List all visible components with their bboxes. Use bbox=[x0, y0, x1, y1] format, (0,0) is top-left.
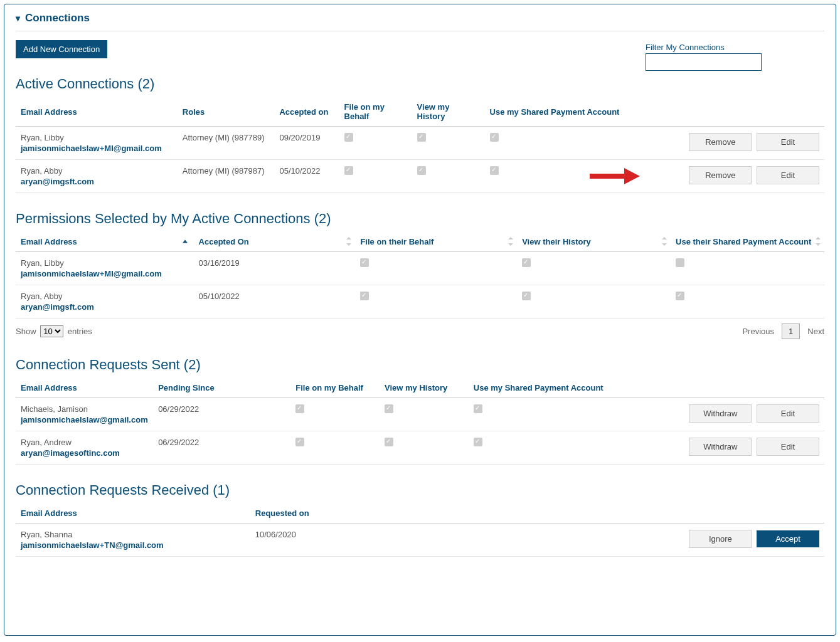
col-email: Email Address bbox=[16, 502, 250, 524]
col-view: View my History bbox=[380, 377, 469, 398]
active-connections-table: Email Address Roles Accepted on File on … bbox=[16, 96, 824, 193]
contact-name: Ryan, Shanna bbox=[21, 530, 72, 539]
checkbox-pay bbox=[474, 438, 482, 446]
accepted-cell: 03/16/2019 bbox=[194, 252, 356, 285]
checkbox-file bbox=[295, 404, 304, 413]
checkbox-view bbox=[385, 404, 393, 413]
accepted-cell: 05/10/2022 bbox=[274, 160, 339, 193]
entries-label: entries bbox=[68, 327, 92, 336]
withdraw-button[interactable]: Withdraw bbox=[689, 438, 752, 456]
checkbox-pay bbox=[676, 292, 684, 300]
checkbox-file bbox=[360, 258, 369, 267]
contact-name: Ryan, Andrew bbox=[21, 438, 72, 447]
checkbox-file bbox=[344, 133, 353, 142]
sort-icon bbox=[816, 237, 821, 246]
col-accepted[interactable]: Accepted On bbox=[194, 231, 356, 252]
col-pay: Use my Shared Payment Account bbox=[469, 377, 662, 398]
previous-button[interactable]: Previous bbox=[742, 327, 774, 336]
contact-email: aryan@imagesoftinc.com bbox=[21, 448, 148, 458]
accept-button[interactable]: Accept bbox=[757, 530, 819, 547]
entries-select[interactable]: 10 bbox=[40, 325, 63, 337]
ignore-button[interactable]: Ignore bbox=[689, 530, 752, 548]
col-pay[interactable]: Use their Shared Payment Account bbox=[671, 231, 824, 252]
next-button[interactable]: Next bbox=[807, 327, 824, 336]
col-file: File on my Behalf bbox=[339, 96, 412, 127]
checkbox-view bbox=[417, 166, 426, 175]
edit-button[interactable]: Edit bbox=[757, 404, 819, 423]
col-view[interactable]: View their History bbox=[517, 231, 671, 252]
col-actions bbox=[662, 377, 824, 398]
contact-name: Ryan, Libby bbox=[21, 133, 64, 142]
contact-email: aryan@imgsft.com bbox=[21, 177, 173, 186]
show-label: Show bbox=[16, 327, 36, 336]
contact-name: Ryan, Abby bbox=[21, 292, 63, 301]
col-accepted: Accepted on bbox=[274, 96, 339, 127]
checkbox-file bbox=[344, 166, 353, 175]
col-pay: Use my Shared Payment Account bbox=[485, 96, 647, 127]
sort-icon bbox=[662, 237, 667, 246]
permissions-table: Email Address Accepted On File on their … bbox=[16, 231, 824, 318]
sent-table: Email Address Pending Since File on my B… bbox=[16, 377, 824, 465]
edit-button[interactable]: Edit bbox=[757, 133, 819, 151]
checkbox-pay bbox=[490, 133, 499, 142]
top-bar: Add New Connection Filter My Connections bbox=[16, 31, 824, 58]
edit-button[interactable]: Edit bbox=[757, 438, 819, 456]
sort-icon bbox=[508, 237, 513, 246]
pager-left: Show 10 entries bbox=[16, 325, 92, 337]
remove-button[interactable]: Remove bbox=[689, 166, 752, 184]
checkbox-file bbox=[360, 292, 369, 300]
contact-email: aryan@imgsft.com bbox=[21, 302, 189, 312]
table-row: Ryan, Libbyjamisonmichaelslaw+MI@gmail.c… bbox=[16, 252, 824, 285]
filter-box: Filter My Connections bbox=[646, 43, 762, 71]
pending-cell: 06/29/2022 bbox=[153, 431, 290, 465]
panel-title: Connections bbox=[25, 12, 90, 24]
sent-title: Connection Requests Sent (2) bbox=[16, 357, 824, 373]
col-requested: Requested on bbox=[250, 502, 662, 524]
table-row: Ryan, Abbyaryan@imgsft.com 05/10/2022 bbox=[16, 285, 824, 318]
roles-cell: Attorney (MI) (987789) bbox=[178, 127, 275, 160]
col-email: Email Address bbox=[16, 96, 178, 127]
checkbox-view bbox=[522, 292, 531, 300]
received-title: Connection Requests Received (1) bbox=[16, 482, 824, 498]
edit-button[interactable]: Edit bbox=[757, 166, 819, 184]
col-email: Email Address bbox=[16, 377, 153, 398]
sort-icon bbox=[346, 237, 351, 246]
table-row: Ryan, Libbyjamisonmichaelslaw+MI@gmail.c… bbox=[16, 127, 824, 160]
table-row: Ryan, Andrewaryan@imagesoftinc.com 06/29… bbox=[16, 431, 824, 465]
filter-input[interactable] bbox=[646, 53, 762, 71]
contact-email: jamisonmichaelslaw@gmail.com bbox=[21, 415, 148, 424]
col-actions bbox=[646, 96, 824, 127]
contact-email: jamisonmichaelslaw+MI@gmail.com bbox=[21, 269, 189, 278]
checkbox-pay bbox=[676, 258, 684, 267]
contact-email: jamisonmichaelslaw+MI@gmail.com bbox=[21, 144, 173, 153]
pending-cell: 06/29/2022 bbox=[153, 398, 290, 431]
pager-right: Previous 1 Next bbox=[742, 324, 824, 339]
withdraw-button[interactable]: Withdraw bbox=[689, 404, 752, 423]
contact-name: Ryan, Libby bbox=[21, 258, 64, 268]
col-view: View my History bbox=[412, 96, 485, 127]
received-table: Email Address Requested on Ryan, Shannaj… bbox=[16, 502, 824, 557]
connections-panel: ▾ Connections Add New Connection Filter … bbox=[4, 4, 836, 636]
col-email[interactable]: Email Address bbox=[16, 231, 194, 252]
panel-header[interactable]: ▾ Connections bbox=[16, 12, 824, 31]
requested-cell: 10/06/2020 bbox=[250, 524, 662, 557]
add-new-connection-button[interactable]: Add New Connection bbox=[16, 40, 107, 58]
col-actions bbox=[662, 502, 824, 524]
checkbox-view bbox=[522, 258, 531, 267]
sort-asc-icon bbox=[183, 239, 188, 243]
pager: Show 10 entries Previous 1 Next bbox=[16, 324, 824, 339]
table-row: Ryan, Abbyaryan@imgsft.com Attorney (MI)… bbox=[16, 160, 824, 193]
active-connections-title: Active Connections (2) bbox=[16, 76, 824, 92]
checkbox-pay bbox=[474, 404, 482, 413]
checkbox-file bbox=[295, 438, 304, 446]
accepted-cell: 09/20/2019 bbox=[274, 127, 339, 160]
chevron-down-icon: ▾ bbox=[16, 13, 20, 23]
col-roles: Roles bbox=[178, 96, 275, 127]
col-file[interactable]: File on their Behalf bbox=[355, 231, 517, 252]
col-pending: Pending Since bbox=[153, 377, 290, 398]
remove-button[interactable]: Remove bbox=[689, 133, 752, 151]
accepted-cell: 05/10/2022 bbox=[194, 285, 356, 318]
page-number[interactable]: 1 bbox=[782, 324, 800, 339]
contact-email: jamisonmichaelslaw+TN@gmail.com bbox=[21, 540, 245, 550]
checkbox-view bbox=[417, 133, 426, 142]
